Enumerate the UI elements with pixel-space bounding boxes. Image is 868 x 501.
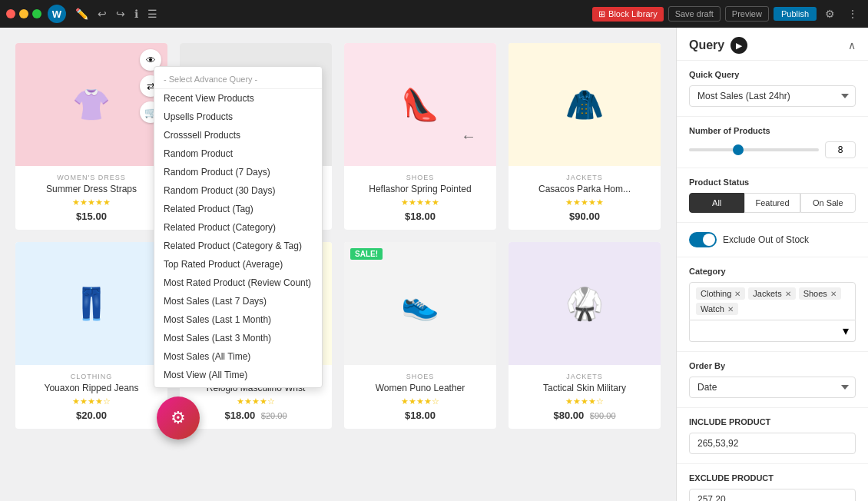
product-stars: ★★★★☆ bbox=[23, 396, 160, 406]
product-category: Jackets bbox=[516, 373, 653, 380]
query-panel: Query ▶ ∧ Quick Query Most Sales (Last 2… bbox=[676, 28, 868, 501]
product-card: 👟 SALE! Shoes Women Puno Leather ★★★★☆ $… bbox=[344, 242, 496, 429]
exclude-product-label: EXCLUDE PRODUCT bbox=[689, 473, 856, 483]
category-tag-watch: Watch✕ bbox=[696, 303, 738, 315]
include-product-section: INCLUDE PRODUCT bbox=[677, 408, 868, 464]
tag-remove-jackets[interactable]: ✕ bbox=[785, 290, 791, 298]
toolbar-icons: ✏️ ↩ ↪ ℹ ☰ bbox=[72, 6, 161, 22]
product-stars: ★★★★★ bbox=[23, 197, 160, 207]
dropdown-item[interactable]: Most Rated Product (Review Count) bbox=[154, 274, 322, 292]
list-icon[interactable]: ☰ bbox=[144, 6, 161, 22]
main-area: 👚 👁 ⇄ 🛒 Women's Dress Summer Dress Strap… bbox=[0, 28, 868, 501]
dropdown-item[interactable]: Related Product (Category) bbox=[154, 218, 322, 237]
redo-icon[interactable]: ↪ bbox=[113, 6, 128, 22]
tag-remove-shoes[interactable]: ✕ bbox=[830, 290, 837, 298]
dropdown-item[interactable]: Upsells Products bbox=[154, 108, 322, 126]
product-price: $90.00 bbox=[516, 211, 653, 222]
info-icon[interactable]: ℹ bbox=[131, 6, 141, 22]
dropdown-item[interactable]: Random Product (7 Days) bbox=[154, 163, 322, 181]
tag-label: Shoes bbox=[803, 289, 827, 298]
order-by-select[interactable]: Date bbox=[689, 377, 856, 398]
product-image-wrap: 🧥 bbox=[509, 43, 661, 166]
more-options-icon[interactable]: ⋮ bbox=[843, 6, 862, 22]
old-price: $90.00 bbox=[590, 411, 616, 420]
product-name: Heflashor Spring Pointed bbox=[352, 184, 489, 194]
order-by-section: Order By Date bbox=[677, 352, 868, 408]
exclude-toggle[interactable] bbox=[689, 232, 717, 247]
num-products-section: Number of Products bbox=[677, 117, 868, 168]
tag-remove-clothing[interactable]: ✕ bbox=[734, 290, 740, 298]
dropdown-item[interactable]: Top Rated Product (Average) bbox=[154, 255, 322, 274]
dropdown-item[interactable]: Most Sales (Last 1 Month) bbox=[154, 310, 322, 329]
toolbar-right: ⊞ Block Library Save draft Preview Publi… bbox=[592, 6, 862, 22]
category-tag-clothing: Clothing✕ bbox=[696, 287, 745, 300]
maximize-control[interactable] bbox=[32, 9, 41, 18]
status-on-sale-button[interactable]: On Sale bbox=[800, 193, 856, 213]
product-price: $18.00 $20.00 bbox=[187, 410, 324, 421]
category-section: Category Clothing✕Jackets✕Shoes✕Watch✕ ▾ bbox=[677, 257, 868, 352]
window-controls bbox=[6, 9, 41, 18]
quick-query-select[interactable]: Most Sales (Last 24hr) bbox=[689, 85, 856, 107]
gear-float-button[interactable]: ⚙ bbox=[157, 396, 200, 440]
minimize-control[interactable] bbox=[19, 9, 28, 18]
product-image-wrap: 👚 👁 ⇄ 🛒 bbox=[15, 43, 167, 166]
dropdown-arrow: ← bbox=[461, 128, 476, 145]
toggle-slider bbox=[689, 232, 717, 247]
collapse-icon[interactable]: ∧ bbox=[848, 39, 856, 51]
product-card: 👖 Clothing Youaxon Ripped Jeans ★★★★☆ $2… bbox=[15, 242, 167, 429]
product-info: Shoes Women Puno Leather ★★★★☆ $18.00 bbox=[344, 365, 496, 429]
category-dropdown-toggle[interactable]: ▾ bbox=[689, 320, 856, 342]
save-draft-button[interactable]: Save draft bbox=[668, 6, 721, 22]
panel-header: Query ▶ ∧ bbox=[677, 28, 868, 61]
wp-logo: W bbox=[48, 5, 66, 23]
num-products-label: Number of Products bbox=[689, 126, 856, 135]
publish-button[interactable]: Publish bbox=[774, 7, 817, 21]
status-featured-button[interactable]: Featured bbox=[744, 193, 800, 213]
dropdown-item[interactable]: Random Product bbox=[154, 144, 322, 163]
dropdown-item[interactable]: Random Product (30 Days) bbox=[154, 181, 322, 200]
tag-remove-watch[interactable]: ✕ bbox=[727, 305, 734, 314]
product-status-section: Product Status All Featured On Sale bbox=[677, 168, 868, 223]
exclude-stock-section: Exclude Out of Stock bbox=[677, 223, 868, 257]
product-category: Clothing bbox=[23, 373, 160, 380]
category-label: Category bbox=[689, 267, 856, 276]
product-price: $18.00 bbox=[352, 410, 489, 421]
close-control[interactable] bbox=[6, 9, 15, 18]
exclude-toggle-row: Exclude Out of Stock bbox=[689, 232, 856, 247]
undo-icon[interactable]: ↩ bbox=[94, 6, 110, 22]
dropdown-item[interactable]: Most Sales (Last 7 Days) bbox=[154, 292, 322, 310]
product-name: Women Puno Leather bbox=[352, 383, 489, 393]
block-library-button[interactable]: ⊞ Block Library bbox=[592, 7, 664, 22]
exclude-product-input[interactable] bbox=[689, 489, 856, 501]
gear-icon: ⚙ bbox=[171, 408, 186, 428]
product-name: Summer Dress Straps bbox=[23, 184, 160, 194]
product-card: 👚 👁 ⇄ 🛒 Women's Dress Summer Dress Strap… bbox=[15, 43, 167, 230]
product-price: $18.00 bbox=[352, 211, 489, 222]
chevron-down-icon: ▾ bbox=[843, 323, 849, 338]
dropdown-item[interactable]: Most Sales (Last 3 Month) bbox=[154, 329, 322, 347]
edit-icon[interactable]: ✏️ bbox=[72, 6, 91, 22]
product-image-wrap: 👟 SALE! bbox=[344, 242, 496, 365]
preview-button[interactable]: Preview bbox=[725, 6, 769, 22]
tag-label: Watch bbox=[701, 304, 724, 314]
include-product-input[interactable] bbox=[689, 433, 856, 454]
include-product-label: INCLUDE PRODUCT bbox=[689, 417, 856, 426]
settings-icon[interactable]: ⚙ bbox=[821, 6, 839, 22]
status-all-button[interactable]: All bbox=[689, 193, 744, 213]
dropdown-item[interactable]: Most View (All Time) bbox=[154, 366, 322, 384]
advance-query-dropdown[interactable]: - Select Advance Query - Recent View Pro… bbox=[154, 66, 323, 388]
product-info: Jackets Casacos Parka Hom... ★★★★★ $90.0… bbox=[509, 166, 661, 230]
product-name: Youaxon Ripped Jeans bbox=[23, 383, 160, 393]
product-image: 👠 bbox=[344, 43, 496, 166]
panel-title: Query ▶ bbox=[689, 37, 747, 54]
dropdown-item[interactable]: Related Product (Category & Tag) bbox=[154, 237, 322, 255]
num-products-value[interactable] bbox=[825, 141, 856, 158]
product-name: Tactical Skin Military bbox=[516, 383, 653, 393]
num-products-slider[interactable] bbox=[689, 148, 819, 151]
category-tags-wrap: Clothing✕Jackets✕Shoes✕Watch✕ bbox=[689, 282, 856, 320]
dropdown-item[interactable]: Crosssell Products bbox=[154, 126, 322, 144]
dropdown-item[interactable]: Related Product (Tag) bbox=[154, 200, 322, 218]
category-tag-shoes: Shoes✕ bbox=[799, 287, 841, 300]
dropdown-item[interactable]: Most Sales (All Time) bbox=[154, 347, 322, 366]
dropdown-item[interactable]: Recent View Products bbox=[154, 89, 322, 108]
